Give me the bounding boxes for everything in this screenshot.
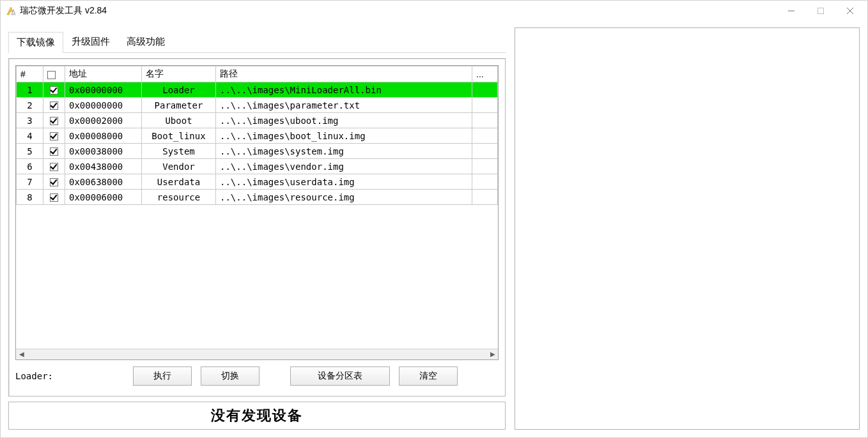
window-controls	[777, 1, 865, 21]
cell-address[interactable]: 0x00638000	[65, 174, 142, 190]
col-header-check[interactable]	[43, 66, 65, 82]
cell-path[interactable]: ..\..\images\boot_linux.img	[216, 128, 472, 144]
tab-download-image[interactable]: 下载镜像	[8, 32, 63, 53]
row-checkbox-icon[interactable]	[50, 102, 58, 110]
cell-check[interactable]	[43, 128, 65, 144]
col-header-index[interactable]: #	[17, 66, 43, 82]
cell-extra[interactable]	[472, 98, 498, 113]
table-row[interactable]: 50x00038000System..\..\images\system.img	[17, 144, 498, 159]
cell-address[interactable]: 0x00000000	[65, 98, 142, 113]
cell-extra[interactable]	[472, 190, 498, 205]
cell-index: 8	[17, 190, 43, 205]
cell-check[interactable]	[43, 82, 65, 98]
svg-rect-1	[818, 8, 824, 14]
cell-name[interactable]: Loader	[142, 82, 216, 98]
cell-extra[interactable]	[472, 144, 498, 159]
tab-strip: 下载镜像 升级固件 高级功能	[8, 31, 506, 53]
cell-address[interactable]: 0x00438000	[65, 159, 142, 174]
horizontal-scrollbar[interactable]: ◀ ▶	[16, 349, 498, 359]
log-panel[interactable]	[515, 27, 860, 430]
row-checkbox-icon[interactable]	[50, 117, 58, 125]
cell-check[interactable]	[43, 190, 65, 205]
cell-name[interactable]: System	[142, 144, 216, 159]
table-row[interactable]: 10x00000000Loader..\..\images\MiniLoader…	[17, 82, 498, 98]
cell-index: 3	[17, 113, 43, 128]
col-header-path[interactable]: 路径	[216, 66, 472, 82]
tab-upgrade-firmware[interactable]: 升级固件	[63, 31, 118, 52]
loader-label: Loader:	[15, 371, 124, 381]
cell-path[interactable]: ..\..\images\parameter.txt	[216, 98, 472, 113]
row-checkbox-icon[interactable]	[50, 193, 58, 202]
cell-check[interactable]	[43, 174, 65, 190]
scroll-right-icon[interactable]: ▶	[488, 351, 497, 358]
cell-path[interactable]: ..\..\images\system.img	[216, 144, 472, 159]
execute-button[interactable]: 执行	[133, 366, 192, 386]
table-row[interactable]: 80x00006000resource..\..\images\resource…	[17, 190, 498, 205]
cell-check[interactable]	[43, 159, 65, 174]
cell-index: 7	[17, 174, 43, 190]
cell-extra[interactable]	[472, 82, 498, 98]
row-checkbox-icon[interactable]	[50, 163, 58, 171]
tab-advanced[interactable]: 高级功能	[118, 31, 173, 52]
minimize-button[interactable]	[777, 1, 806, 21]
row-checkbox-icon[interactable]	[50, 86, 58, 94]
col-header-extra[interactable]: ...	[472, 66, 498, 82]
cell-index: 1	[17, 82, 43, 98]
cell-index: 2	[17, 98, 43, 113]
status-bar: 没有发现设备	[8, 402, 506, 430]
col-header-address[interactable]: 地址	[65, 66, 142, 82]
cell-extra[interactable]	[472, 159, 498, 174]
cell-path[interactable]: ..\..\images\vendor.img	[216, 159, 472, 174]
cell-index: 4	[17, 128, 43, 144]
clear-button[interactable]: 清空	[399, 366, 458, 386]
cell-extra[interactable]	[472, 174, 498, 190]
image-grid: # 地址 名字 路径 ... 10x00000000Loader..\..\im…	[15, 65, 499, 360]
download-panel: # 地址 名字 路径 ... 10x00000000Loader..\..\im…	[8, 58, 506, 396]
cell-index: 6	[17, 159, 43, 174]
row-checkbox-icon[interactable]	[50, 178, 58, 186]
cell-name[interactable]: Uboot	[142, 113, 216, 128]
grid-header-row: # 地址 名字 路径 ...	[17, 66, 498, 82]
cell-name[interactable]: Userdata	[142, 174, 216, 190]
partition-table-button[interactable]: 设备分区表	[290, 366, 390, 386]
cell-check[interactable]	[43, 98, 65, 113]
cell-address[interactable]: 0x00000000	[65, 82, 142, 98]
cell-path[interactable]: ..\..\images\uboot.img	[216, 113, 472, 128]
cell-path[interactable]: ..\..\images\resource.img	[216, 190, 472, 205]
titlebar: 瑞芯微开发工具 v2.84	[1, 1, 867, 21]
maximize-button[interactable]	[806, 1, 835, 21]
close-button[interactable]	[835, 1, 865, 21]
cell-path[interactable]: ..\..\images\userdata.img	[216, 174, 472, 190]
cell-address[interactable]: 0x00038000	[65, 144, 142, 159]
cell-name[interactable]: Boot_linux	[142, 128, 216, 144]
status-text: 没有发现设备	[211, 406, 303, 425]
cell-path[interactable]: ..\..\images\MiniLoaderAll.bin	[216, 82, 472, 98]
app-window: 瑞芯微开发工具 v2.84 下载镜像 升级固件 高级功能	[0, 0, 868, 438]
left-pane: 下载镜像 升级固件 高级功能 # 地址 名字	[8, 27, 506, 430]
cell-address[interactable]: 0x00008000	[65, 128, 142, 144]
cell-address[interactable]: 0x00002000	[65, 113, 142, 128]
cell-name[interactable]: resource	[142, 190, 216, 205]
col-header-name[interactable]: 名字	[142, 66, 216, 82]
table-row[interactable]: 70x00638000Userdata..\..\images\userdata…	[17, 174, 498, 190]
cell-name[interactable]: Parameter	[142, 98, 216, 113]
table-row[interactable]: 30x00002000Uboot..\..\images\uboot.img	[17, 113, 498, 128]
window-title: 瑞芯微开发工具 v2.84	[20, 5, 777, 17]
table-row[interactable]: 40x00008000Boot_linux..\..\images\boot_l…	[17, 128, 498, 144]
row-checkbox-icon[interactable]	[50, 147, 58, 156]
app-icon	[6, 6, 16, 16]
cell-check[interactable]	[43, 113, 65, 128]
client-area: 下载镜像 升级固件 高级功能 # 地址 名字	[1, 21, 867, 437]
cell-name[interactable]: Vendor	[142, 159, 216, 174]
scroll-left-icon[interactable]: ◀	[17, 351, 26, 358]
cell-extra[interactable]	[472, 128, 498, 144]
header-checkbox-icon[interactable]	[47, 71, 56, 79]
cell-check[interactable]	[43, 144, 65, 159]
switch-button[interactable]: 切换	[201, 366, 260, 386]
cell-address[interactable]: 0x00006000	[65, 190, 142, 205]
table-row[interactable]: 20x00000000Parameter..\..\images\paramet…	[17, 98, 498, 113]
cell-extra[interactable]	[472, 113, 498, 128]
table-row[interactable]: 60x00438000Vendor..\..\images\vendor.img	[17, 159, 498, 174]
cell-index: 5	[17, 144, 43, 159]
row-checkbox-icon[interactable]	[50, 132, 58, 140]
